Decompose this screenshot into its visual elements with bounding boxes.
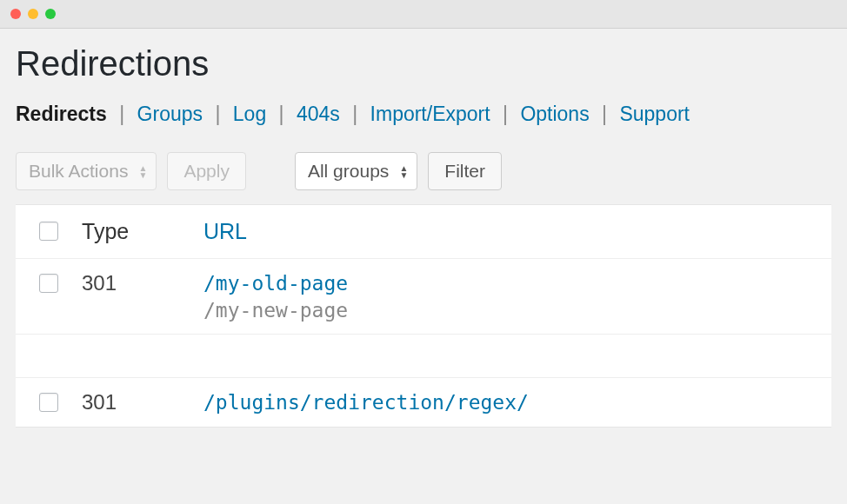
row-checkbox[interactable] [39,274,58,293]
window-maximize-icon[interactable] [45,9,56,19]
window-titlebar [0,0,847,29]
toolbar: Bulk Actions ▲▼ Apply All groups ▲▼ Filt… [16,152,831,204]
redirect-type: 301 [82,390,203,414]
tab-support[interactable]: Support [619,103,690,125]
window-close-icon[interactable] [10,9,21,19]
table-row: 301 /my-old-page /my-new-page [16,259,831,335]
row-gap [16,335,831,378]
bulk-actions-label: Bulk Actions [17,161,156,182]
bulk-actions-select[interactable]: Bulk Actions ▲▼ [16,152,157,190]
redirect-source-link[interactable]: /plugins/redirection/regex/ [203,391,529,414]
dropdown-caret-icon: ▲▼ [399,165,408,178]
tab-separator: | [602,103,607,125]
tab-separator: | [119,103,124,125]
redirects-table: Type URL 301 /my-old-page /my-new-page 3… [16,204,831,428]
tab-log[interactable]: Log [233,103,266,125]
dropdown-caret-icon: ▲▼ [139,165,148,178]
tab-groups[interactable]: Groups [137,103,203,125]
apply-button[interactable]: Apply [167,152,246,190]
column-header-type[interactable]: Type [82,219,203,244]
redirect-destination: /my-new-page [203,299,831,322]
row-checkbox[interactable] [39,393,58,412]
tab-separator: | [279,103,284,125]
group-filter-label: All groups [296,161,417,182]
tab-404s[interactable]: 404s [297,103,340,125]
page-title: Redirections [16,29,831,103]
tab-options[interactable]: Options [520,103,589,125]
tab-separator: | [503,103,508,125]
tab-separator: | [215,103,220,125]
column-header-url[interactable]: URL [203,219,247,243]
window-minimize-icon[interactable] [28,9,38,19]
redirect-type: 301 [82,271,203,295]
tab-import-export[interactable]: Import/Export [370,103,490,125]
redirect-source-link[interactable]: /my-old-page [203,272,348,295]
tab-redirects[interactable]: Redirects [16,103,107,125]
select-all-checkbox[interactable] [39,222,58,241]
table-row: 301 /plugins/redirection/regex/ [16,378,831,427]
tab-separator: | [352,103,357,125]
filter-button[interactable]: Filter [428,152,502,190]
group-filter-select[interactable]: All groups ▲▼ [295,152,417,190]
tabs-nav: Redirects | Groups | Log | 404s | Import… [16,103,831,152]
table-header-row: Type URL [16,205,831,259]
